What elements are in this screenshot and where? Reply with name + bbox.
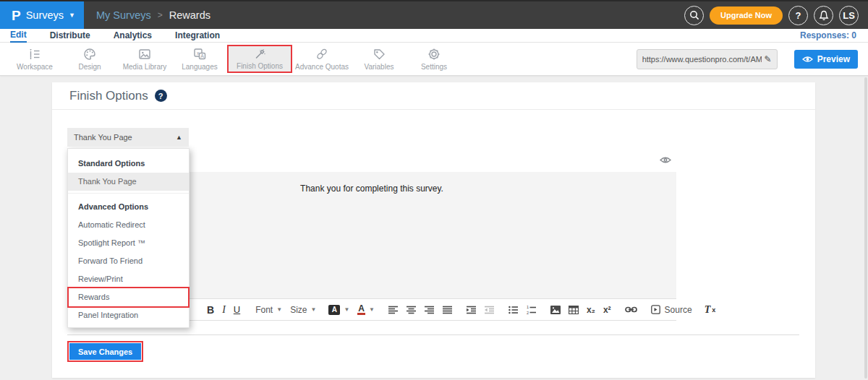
breadcrumb-current: Rewards (169, 9, 210, 21)
save-changes-button[interactable]: Save Changes (69, 343, 141, 360)
align-left-button[interactable] (388, 306, 399, 314)
ribbon-label: Media Library (123, 63, 167, 71)
link-icon (625, 306, 637, 313)
chevron-down-icon: ▼ (310, 306, 316, 313)
align-center-icon (407, 306, 417, 314)
survey-url-text: https://www.questionpro.com/t/AMkGQ (642, 55, 762, 64)
survey-subnav: Edit Distribute Analytics Integration Re… (0, 29, 868, 43)
subscript-button[interactable]: x₂ (587, 305, 595, 315)
product-name: Surveys (26, 9, 64, 21)
preview-eye-icon[interactable] (660, 156, 671, 164)
ribbon-item-design[interactable]: Design (62, 46, 117, 72)
ribbon-item-advance-quotas[interactable]: Advance Quotas (292, 46, 352, 72)
ribbon-label: Settings (421, 63, 447, 71)
avatar[interactable]: LS (839, 6, 859, 25)
finish-options-menu: Standard Options Thank You Page Advanced… (67, 148, 190, 328)
workspace-icon (27, 47, 42, 61)
remove-format-button[interactable]: Tx (705, 304, 716, 316)
outdent-button[interactable] (485, 306, 495, 314)
survey-url-field[interactable]: https://www.questionpro.com/t/AMkGQ ✎ (637, 49, 778, 69)
chevron-down-icon: ▼ (69, 12, 75, 19)
remove-format-t: T (705, 304, 711, 316)
save-annotation-box: Save Changes (67, 341, 143, 362)
indent-button[interactable] (467, 306, 477, 314)
product-switcher[interactable]: P Surveys ▼ (0, 1, 84, 29)
ribbon-label: Variables (365, 63, 394, 71)
menu-item-review-print[interactable]: Review/Print (68, 270, 189, 288)
bold-button[interactable]: B (207, 304, 214, 316)
link-button[interactable] (625, 306, 637, 313)
tab-integration[interactable]: Integration (175, 30, 220, 42)
ribbon-item-workspace[interactable]: Workspace (7, 46, 62, 72)
bullet-list-button[interactable] (509, 306, 519, 314)
table-button[interactable] (569, 306, 579, 314)
ribbon-item-media-library[interactable]: Media Library (117, 46, 172, 72)
bullet-list-icon (509, 306, 519, 314)
questionpro-app: P Surveys ▼ My Surveys > Rewards Upgrade… (0, 0, 868, 380)
title-help-icon[interactable]: ? (155, 90, 167, 102)
ribbon-right: https://www.questionpro.com/t/AMkGQ ✎ Pr… (637, 49, 858, 69)
menu-item-rewards-label: Rewards (78, 293, 109, 301)
breadcrumb-my-surveys[interactable]: My Surveys (96, 9, 151, 21)
search-button[interactable] (684, 6, 704, 25)
ribbon-item-languages[interactable]: xA Languages (172, 46, 227, 72)
remove-format-x: x (712, 306, 715, 314)
align-right-button[interactable] (425, 306, 435, 314)
underline-button[interactable]: U (234, 304, 240, 315)
source-button[interactable]: Source (651, 305, 692, 315)
page: Finish Options ? Thank you for completin… (0, 76, 868, 380)
edit-url-icon[interactable]: ✎ (765, 54, 772, 64)
ribbon-label: Workspace (17, 63, 53, 71)
size-select[interactable]: Size▼ (290, 305, 316, 315)
ribbon-item-finish-options[interactable]: Finish Options (227, 45, 292, 73)
upgrade-now-button[interactable]: Upgrade Now (710, 7, 783, 25)
svg-text:2: 2 (527, 310, 529, 314)
finish-option-select[interactable]: Thank You Page ▲ (67, 128, 189, 147)
preview-button[interactable]: Preview (794, 50, 858, 69)
menu-item-spotlight-report[interactable]: Spotlight Report ™ (68, 234, 189, 252)
bg-color-icon: A (328, 305, 340, 315)
breadcrumb-separator: > (158, 10, 163, 20)
table-icon (569, 306, 579, 314)
source-label: Source (665, 305, 692, 315)
align-center-button[interactable] (407, 306, 417, 314)
breadcrumb: My Surveys > Rewards (96, 9, 210, 21)
selected-option: Thank You Page (74, 133, 176, 142)
menu-item-rewards[interactable]: Rewards (68, 288, 189, 306)
font-select[interactable]: Font▼ (255, 305, 282, 315)
menu-item-forward-to-friend[interactable]: Forward To Friend (68, 252, 189, 270)
justify-button[interactable] (443, 306, 453, 314)
finish-options-card: Finish Options ? Thank you for completin… (52, 82, 815, 378)
svg-text:1: 1 (527, 306, 529, 309)
bell-icon (819, 10, 829, 21)
questionpro-logo: P (12, 9, 21, 22)
search-icon (689, 10, 699, 20)
numbered-list-button[interactable]: 12 (527, 306, 537, 314)
tab-edit[interactable]: Edit (10, 29, 27, 43)
ribbon-label: Languages (182, 63, 218, 71)
page-title: Finish Options (69, 89, 148, 103)
notifications-button[interactable] (814, 6, 833, 25)
align-right-icon (425, 306, 435, 314)
topbar-actions: Upgrade Now ? LS (684, 6, 868, 25)
help-button[interactable]: ? (788, 6, 808, 25)
tab-analytics[interactable]: Analytics (114, 30, 152, 42)
italic-button[interactable]: I (222, 304, 226, 316)
ribbon-item-settings[interactable]: Settings (407, 46, 461, 72)
menu-item-automatic-redirect[interactable]: Automatic Redirect (68, 216, 189, 234)
finish-options-icon (252, 48, 267, 61)
scrollbar[interactable] (864, 77, 867, 379)
ribbon-item-variables[interactable]: Variables (352, 46, 407, 72)
text-color-button[interactable]: A▼ (357, 304, 375, 315)
menu-item-thank-you-page[interactable]: Thank You Page (68, 173, 189, 191)
superscript-button[interactable]: x² (603, 305, 611, 315)
tab-distribute[interactable]: Distribute (50, 30, 90, 42)
menu-item-panel-integration[interactable]: Panel Integration (68, 306, 189, 324)
bg-color-button[interactable]: A▼ (328, 305, 349, 315)
font-label: Font (255, 305, 273, 315)
ribbon-label: Design (78, 63, 101, 71)
menu-group-standard: Standard Options (68, 152, 189, 173)
justify-icon (443, 306, 453, 314)
align-left-icon (388, 306, 399, 314)
image-button[interactable] (550, 306, 561, 314)
